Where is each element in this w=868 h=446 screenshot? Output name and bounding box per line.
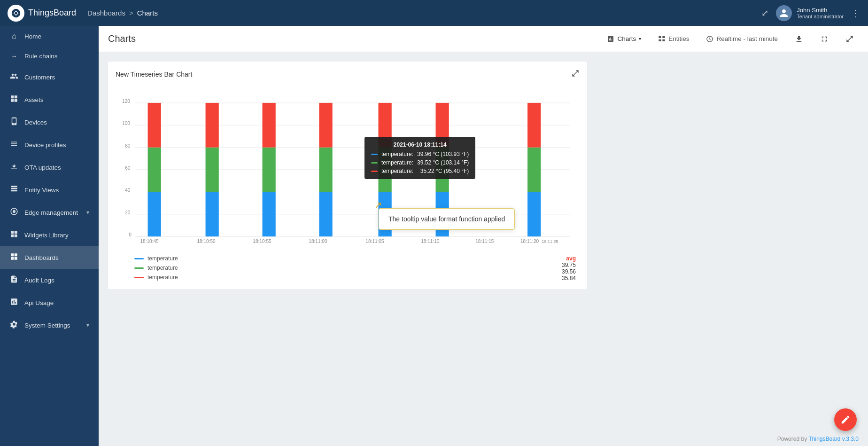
- thingsboard-link[interactable]: ThingsBoard v.3.3.0: [808, 436, 859, 442]
- avg-val-1: 39.56: [562, 268, 576, 275]
- sidebar-item-label: System Settings: [24, 322, 81, 329]
- device-profiles-icon: [9, 140, 19, 150]
- sidebar-item-label: Entity Views: [24, 187, 89, 194]
- card-expand-icon[interactable]: [571, 69, 580, 79]
- svg-rect-35: [379, 148, 392, 192]
- download-button[interactable]: [790, 32, 808, 46]
- avatar: [776, 5, 792, 21]
- card-title: New Timeseries Bar Chart: [116, 70, 192, 78]
- sidebar-item-ota-updates[interactable]: OTA updates: [0, 156, 99, 179]
- charts-dropdown-button[interactable]: Charts ▾: [602, 32, 646, 46]
- callout-box: The tooltip value format function applie…: [379, 208, 515, 230]
- expand-icon: [845, 35, 854, 43]
- page-body: New Timeseries Bar Chart 0 20 40 60 80 1…: [99, 52, 868, 432]
- svg-rect-24: [148, 103, 161, 148]
- user-name: John Smith: [797, 7, 844, 14]
- svg-rect-3: [659, 36, 661, 38]
- svg-rect-41: [527, 148, 541, 192]
- sidebar-item-label: Audit Logs: [24, 277, 89, 284]
- realtime-button[interactable]: Realtime - last minute: [701, 32, 783, 46]
- svg-text:100: 100: [122, 121, 130, 126]
- sidebar-item-api-usage[interactable]: Api Usage: [0, 291, 99, 314]
- legend-dot-green: [134, 267, 144, 269]
- legend-avg-row: temperature temperature temperature avg: [116, 253, 580, 282]
- sidebar-item-label: Dashboards: [24, 254, 89, 261]
- sidebar-item-system-settings[interactable]: System Settings ▾: [0, 314, 99, 336]
- chart-area: 0 20 40 60 80 100 120: [116, 85, 580, 250]
- sidebar-item-entity-views[interactable]: Entity Views: [0, 179, 99, 201]
- svg-rect-30: [263, 103, 276, 148]
- svg-text:18:10:55: 18:10:55: [253, 239, 271, 244]
- sidebar-item-label: Devices: [24, 119, 89, 126]
- fab-edit-button[interactable]: [834, 408, 857, 431]
- edit-icon: [840, 415, 851, 425]
- user-role: Tenant administrator: [797, 14, 844, 19]
- api-usage-icon: [9, 297, 19, 308]
- main-content: Charts Charts ▾ Entities Realtime - last…: [99, 26, 868, 446]
- svg-rect-4: [663, 36, 665, 38]
- customers-icon: [9, 72, 19, 82]
- sidebar-item-assets[interactable]: Assets: [0, 88, 99, 111]
- svg-rect-6: [663, 39, 665, 41]
- svg-rect-36: [379, 103, 392, 148]
- app-layout: ⌂ Home ↔ Rule chains Customers Assets De…: [0, 26, 868, 446]
- rule-chains-icon: ↔: [9, 53, 19, 60]
- sidebar-item-customers[interactable]: Customers: [0, 66, 99, 88]
- sidebar: ⌂ Home ↔ Rule chains Customers Assets De…: [0, 26, 99, 446]
- card-header: New Timeseries Bar Chart: [116, 69, 580, 79]
- legend-dot-blue: [134, 258, 144, 259]
- sidebar-item-widgets-library[interactable]: Widgets Library: [0, 224, 99, 246]
- powered-by-text: Powered by: [777, 436, 807, 442]
- sidebar-item-devices[interactable]: Devices: [0, 111, 99, 133]
- svg-text:60: 60: [125, 165, 131, 171]
- svg-rect-42: [527, 103, 541, 148]
- fullscreen-button[interactable]: [815, 32, 833, 46]
- sidebar-item-label: OTA updates: [24, 164, 89, 171]
- svg-rect-29: [263, 148, 276, 192]
- legend-label-1: temperature: [147, 265, 178, 271]
- svg-rect-5: [659, 39, 661, 41]
- legend-item-blue: temperature: [134, 255, 178, 262]
- user-profile[interactable]: John Smith Tenant administrator: [776, 5, 844, 21]
- sidebar-item-label: Assets: [24, 96, 89, 103]
- svg-rect-38: [436, 148, 449, 192]
- legend-label-2: temperature: [147, 274, 178, 281]
- breadcrumb-dashboards[interactable]: Dashboards: [87, 9, 125, 17]
- app-logo[interactable]: ThingsBoard: [8, 5, 76, 22]
- svg-text:18:11:25: 18:11:25: [542, 239, 558, 244]
- sidebar-item-label: Home: [24, 33, 89, 40]
- sidebar-item-device-profiles[interactable]: Device profiles: [0, 133, 99, 156]
- app-name: ThingsBoard: [28, 8, 76, 18]
- sidebar-item-dashboards[interactable]: Dashboards: [0, 246, 99, 269]
- devices-icon: [9, 117, 19, 127]
- legend-label-0: temperature: [147, 255, 178, 262]
- sidebar-item-rule-chains[interactable]: ↔ Rule chains: [0, 47, 99, 66]
- realtime-button-label: Realtime - last minute: [716, 35, 778, 42]
- svg-text:18:11:20: 18:11:20: [520, 239, 539, 244]
- fullscreen-icon: [820, 35, 829, 43]
- sidebar-item-home[interactable]: ⌂ Home: [0, 26, 99, 47]
- svg-text:18:11:00: 18:11:00: [309, 239, 327, 244]
- charts-icon: [607, 35, 614, 43]
- entities-icon: [658, 35, 666, 43]
- sidebar-item-label: Edge management: [24, 209, 81, 216]
- topnav-menu-icon[interactable]: ⋮: [851, 8, 860, 19]
- expand-button[interactable]: [841, 32, 859, 46]
- svg-text:120: 120: [122, 99, 130, 104]
- breadcrumb-separator: >: [129, 9, 133, 17]
- charts-button-label: Charts: [617, 35, 636, 42]
- sidebar-item-audit-logs[interactable]: Audit Logs: [0, 269, 99, 291]
- entities-button[interactable]: Entities: [653, 32, 694, 46]
- sidebar-item-label: Customers: [24, 74, 89, 81]
- svg-rect-40: [527, 192, 541, 236]
- user-info: John Smith Tenant administrator: [797, 7, 844, 19]
- page-header: Charts Charts ▾ Entities Realtime - last…: [99, 26, 868, 52]
- svg-rect-33: [319, 103, 333, 148]
- expand-icon[interactable]: ⤢: [761, 8, 768, 18]
- sidebar-item-label: Api Usage: [24, 299, 89, 306]
- sidebar-item-label: Device profiles: [24, 141, 89, 149]
- sidebar-item-edge-management[interactable]: Edge management ▾: [0, 201, 99, 224]
- widgets-library-icon: [9, 230, 19, 240]
- svg-rect-31: [319, 192, 333, 236]
- assets-icon: [9, 94, 19, 105]
